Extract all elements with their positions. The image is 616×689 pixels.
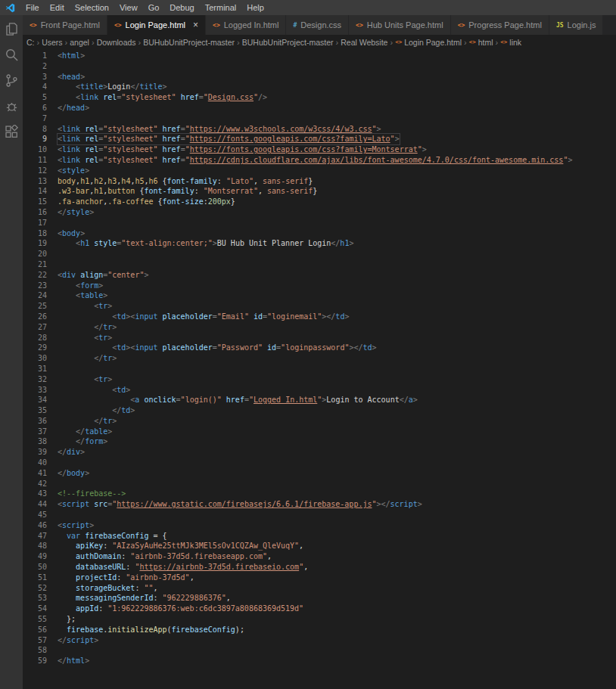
- code-line-39[interactable]: 39</div>: [23, 447, 616, 458]
- breadcrumb-item-html[interactable]: <>html: [468, 38, 494, 47]
- line-number[interactable]: 20: [23, 249, 47, 259]
- tab-login-page-html[interactable]: <>Login Page.html×: [107, 15, 206, 35]
- line-number[interactable]: 37: [23, 427, 47, 437]
- code-line-25[interactable]: 25 <tr>: [23, 301, 616, 312]
- line-number[interactable]: 21: [23, 259, 47, 270]
- code-line-44[interactable]: 44<script src="https://www.gstatic.com/f…: [23, 499, 616, 510]
- breadcrumb-item-angel[interactable]: angel: [69, 38, 90, 47]
- line-number[interactable]: 52: [23, 583, 47, 594]
- line-number[interactable]: 53: [23, 593, 47, 604]
- breadcrumb-item-downloads[interactable]: Downloads: [96, 38, 137, 47]
- line-number[interactable]: 16: [23, 207, 47, 218]
- breadcrumb-item-link[interactable]: <>link: [499, 38, 522, 47]
- search-icon[interactable]: [5, 48, 19, 62]
- menu-item-debug[interactable]: Debug: [164, 3, 199, 12]
- code-line-38[interactable]: 38 </form>: [23, 436, 616, 447]
- breadcrumb-item-buhubunitproject-master[interactable]: BUHubUnitProject-master: [142, 38, 235, 47]
- line-number[interactable]: 17: [23, 218, 47, 228]
- code-line-36[interactable]: 36 </tr>: [23, 416, 616, 427]
- code-line-14[interactable]: 14.w3-bar,h1,button {font-family: "Monts…: [23, 186, 616, 197]
- explorer-icon[interactable]: [5, 22, 19, 36]
- code-line-20[interactable]: 20: [23, 249, 616, 259]
- code-line-9[interactable]: 9<link rel="stylesheet" href="https://fo…: [23, 134, 616, 144]
- menu-item-go[interactable]: Go: [143, 3, 165, 12]
- line-number[interactable]: 3: [23, 72, 47, 82]
- line-number[interactable]: 55: [23, 614, 47, 625]
- breadcrumb-item-buhubunitproject-master[interactable]: BUHubUnitProject-master: [241, 38, 334, 47]
- line-number[interactable]: 7: [23, 113, 47, 124]
- code-line-35[interactable]: 35 </td>: [23, 405, 616, 416]
- code-line-2[interactable]: 2: [23, 61, 616, 72]
- menu-item-help[interactable]: Help: [241, 3, 269, 12]
- line-number[interactable]: 57: [23, 635, 47, 646]
- code-line-49[interactable]: 49 authDomain: "airbnb-37d5d.firebaseapp…: [23, 551, 616, 562]
- menu-item-edit[interactable]: Edit: [45, 3, 70, 12]
- code-line-19[interactable]: 19 <h1 style="text-align:center;">BU Hub…: [23, 238, 616, 249]
- code-line-27[interactable]: 27 </tr>: [23, 322, 616, 333]
- line-number[interactable]: 26: [23, 312, 47, 322]
- line-number[interactable]: 44: [23, 499, 47, 510]
- line-number[interactable]: 24: [23, 290, 47, 301]
- line-number[interactable]: 13: [23, 176, 47, 187]
- code-line-54[interactable]: 54 appId: "1:962229886376:web:c6dc3897a8…: [23, 604, 616, 614]
- code-line-37[interactable]: 37 </table>: [23, 427, 616, 437]
- code-line-5[interactable]: 5 <link rel="stylesheet" href="Design.cs…: [23, 92, 616, 103]
- line-number[interactable]: 59: [23, 656, 47, 666]
- line-number[interactable]: 38: [23, 436, 47, 447]
- line-number[interactable]: 54: [23, 604, 47, 614]
- code-line-33[interactable]: 33 <td>: [23, 385, 616, 396]
- tab-login-js[interactable]: JSLogin.js: [549, 15, 604, 35]
- line-number[interactable]: 42: [23, 479, 47, 489]
- line-number[interactable]: 35: [23, 405, 47, 416]
- line-number[interactable]: 50: [23, 562, 47, 573]
- menu-item-selection[interactable]: Selection: [70, 3, 114, 12]
- close-icon[interactable]: ×: [193, 20, 198, 29]
- code-line-50[interactable]: 50 databaseURL: "https://airbnb-37d5d.fi…: [23, 562, 616, 573]
- code-line-10[interactable]: 10<link rel="stylesheet" href="https://f…: [23, 144, 616, 155]
- line-number[interactable]: 28: [23, 333, 47, 343]
- line-number[interactable]: 18: [23, 228, 47, 239]
- code-line-57[interactable]: 57</script>: [23, 635, 616, 646]
- code-line-58[interactable]: 58: [23, 645, 616, 656]
- line-number[interactable]: 34: [23, 395, 47, 405]
- line-number[interactable]: 25: [23, 301, 47, 312]
- line-number[interactable]: 47: [23, 531, 47, 542]
- line-number[interactable]: 15: [23, 197, 47, 207]
- code-line-45[interactable]: 45: [23, 510, 616, 520]
- code-line-55[interactable]: 55 };: [23, 614, 616, 625]
- line-number[interactable]: 23: [23, 281, 47, 291]
- code-line-32[interactable]: 32 <tr>: [23, 374, 616, 385]
- line-number[interactable]: 29: [23, 343, 47, 353]
- line-number[interactable]: 36: [23, 416, 47, 427]
- code-line-8[interactable]: 8<link rel="stylesheet" href="https://ww…: [23, 124, 616, 135]
- line-number[interactable]: 2: [23, 61, 47, 72]
- line-number[interactable]: 45: [23, 510, 47, 520]
- code-line-47[interactable]: 47 var firebaseConfig = {: [23, 531, 616, 542]
- tab-front-page-html[interactable]: <>Front Page.html: [23, 15, 107, 35]
- breadcrumb-item-users[interactable]: Users: [41, 38, 63, 47]
- line-number[interactable]: 41: [23, 468, 47, 479]
- tab-logged-in-html[interactable]: <>Logged In.html: [206, 15, 286, 35]
- breadcrumb-item-c[interactable]: C:: [26, 38, 36, 47]
- code-line-42[interactable]: 42: [23, 479, 616, 489]
- code-line-22[interactable]: 22<div align="center">: [23, 270, 616, 281]
- code-line-21[interactable]: 21: [23, 259, 616, 270]
- code-line-7[interactable]: 7: [23, 113, 616, 124]
- code-line-40[interactable]: 40: [23, 458, 616, 468]
- code-line-41[interactable]: 41</body>: [23, 468, 616, 479]
- code-line-16[interactable]: 16</style>: [23, 207, 616, 218]
- line-number[interactable]: 31: [23, 364, 47, 374]
- code-line-13[interactable]: 13body,h1,h2,h3,h4,h5,h6 {font-family: "…: [23, 176, 616, 187]
- code-line-46[interactable]: 46<script>: [23, 520, 616, 531]
- code-line-24[interactable]: 24 <table>: [23, 290, 616, 301]
- line-number[interactable]: 33: [23, 385, 47, 396]
- line-number[interactable]: 56: [23, 625, 47, 635]
- code-line-52[interactable]: 52 storageBucket: "",: [23, 583, 616, 594]
- line-number[interactable]: 9: [23, 134, 47, 144]
- code-line-56[interactable]: 56 firebase.initializeApp(firebaseConfig…: [23, 625, 616, 635]
- code-line-53[interactable]: 53 messagingSenderId: "962229886376",: [23, 593, 616, 604]
- code-line-18[interactable]: 18<body>: [23, 228, 616, 239]
- tab-hub-units-page-html[interactable]: <>Hub Units Page.html: [349, 15, 451, 35]
- extensions-icon[interactable]: [5, 125, 19, 139]
- line-number[interactable]: 43: [23, 489, 47, 499]
